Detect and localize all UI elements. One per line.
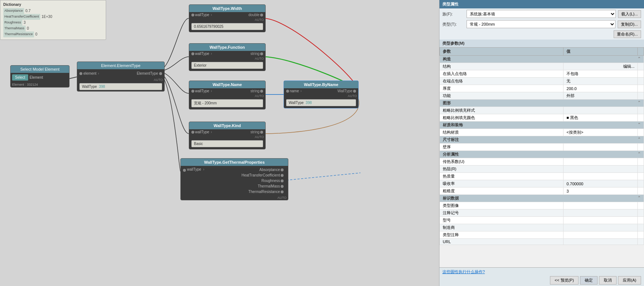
section-row-material: 材质和装饰 ⌃ [440, 122, 644, 129]
dict-title: Dictionary [3, 3, 103, 7]
width-value-box: 0.6561679790025 [191, 23, 263, 30]
input-port: element [79, 71, 97, 76]
param-row-thermal-resistance: 热阻(R) [440, 166, 644, 173]
panel-footer: 这些圆性执行什么操作? << 预览(P) 确定 取消 应用(A) [439, 267, 644, 286]
walltype-name-ports: wallType › string [189, 88, 265, 94]
elem-value-num: 398 [99, 85, 105, 89]
port-dot [79, 72, 82, 75]
walltype-byname-ports: name › WallType [284, 88, 358, 94]
param-row-structure: 结构 编辑... [440, 63, 644, 70]
param-row-url: URL [440, 239, 644, 245]
param-row-function: 功能 外部 [440, 92, 644, 100]
walltype-thermal-node: WallType.GetThermalProperties wallType ›… [180, 158, 288, 200]
canvas-area: Select Model Element Select Element Elem… [0, 0, 439, 286]
rename-button[interactable]: 重命名(R)... [614, 30, 641, 38]
param-row-type-comment: 类型注释 [440, 231, 644, 239]
section-row-dimensions: 尺寸标注 ⌃ [440, 136, 644, 144]
right-panel: 类型属性 族(F): 系统族:基本墙 载入(L)... 类型(T): 常规 - … [439, 0, 644, 286]
duplicate-button[interactable]: 复制(D)... [618, 21, 641, 28]
elem-node-body: element › ElementType [77, 69, 164, 78]
output-port: ElementType [137, 71, 162, 76]
walltype-width-footer: AUTO [189, 18, 265, 22]
elem-footer: AUTO [77, 78, 164, 82]
family-label: 族(F): [442, 11, 464, 17]
param-row-thermal-mass: 热质量 [440, 173, 644, 180]
param-row-type-image: 类型图像 [440, 202, 644, 209]
walltype-byname-node: WallType.ByName name › WallType AUTO Wal… [284, 81, 359, 108]
select-button[interactable]: Select [12, 74, 28, 81]
param-row-absorptance: 吸收率 0.700000 [440, 180, 644, 187]
param-row-coarse-fill-color: 粗略比例填充颜色 ■ 黑色 [440, 114, 644, 122]
param-row-roughness: 粗糙度 3 [440, 187, 644, 195]
thermal-title: WallType.GetThermalProperties [181, 159, 288, 166]
walltype-function-footer: AUTO [189, 56, 265, 61]
param-table-container[interactable]: 参数 值 构造 ⌃ 结构 编辑... [439, 47, 644, 286]
dict-row-2: HeatTransferCoefficient 1E+30 [3, 14, 103, 20]
preview-button[interactable]: << 预览(P) [550, 276, 579, 285]
type-select[interactable]: 常规 - 200mm [467, 20, 615, 28]
param-row-envelope-insert: 在插入点包络 不包络 [440, 70, 644, 78]
thermal-body: wallType › Absorptance HeatTransferCoeff… [181, 166, 288, 196]
name-value-box: 宽规 - 200mm [191, 99, 263, 107]
family-select[interactable]: 系统族:基本墙 [467, 10, 616, 18]
select-node-title: Select Model Element [11, 66, 69, 73]
help-link[interactable]: 这些圆性执行什么操作? [442, 270, 485, 274]
input-dot [191, 14, 194, 16]
param-table: 参数 值 构造 ⌃ 结构 编辑... [439, 47, 644, 245]
elem-value-label: WallType [82, 85, 97, 89]
section-row-construction: 构造 ⌃ [440, 56, 644, 63]
select-node-footer: Element : 332124 [11, 82, 69, 87]
panel-title: 类型属性 [439, 0, 644, 8]
elem-node-title: Element.ElementType [77, 62, 164, 69]
cancel-button[interactable]: 取消 [599, 276, 617, 285]
element-label: Element [30, 75, 43, 79]
walltype-function-title: WallType.Function [189, 44, 265, 51]
param-row-manufacturer: 制造商 [440, 224, 644, 231]
walltype-function-node: WallType.Function wallType › string AUTO… [189, 43, 266, 71]
type-label: 类型(T): [442, 22, 464, 27]
elem-value-box: WallType 398 [79, 83, 162, 90]
select-model-element-node: Select Model Element Select Element Elem… [10, 65, 70, 88]
footer-buttons: << 预览(P) 确定 取消 应用(A) [442, 276, 641, 285]
col-header-param: 参数 [440, 48, 564, 56]
param-row-coarse-fill-style: 粗略比例填充样式 [440, 107, 644, 114]
walltype-width-node: WallType.Width wallType › double AUTO 0.… [189, 4, 266, 32]
dict-row-1: Absorptance 0.7 [3, 8, 103, 14]
param-row-thickness: 厚度 200.0 [440, 85, 644, 92]
port-arrow: › [98, 71, 99, 75]
apply-button[interactable]: 应用(A) [618, 276, 641, 285]
dict-row-4: ThermalMass 0 [3, 26, 103, 31]
walltype-function-ports: wallType › string [189, 51, 265, 56]
rename-row: 重命名(R)... [439, 30, 644, 40]
col-header-value: 值 [564, 48, 638, 56]
param-row-model: 型号 [440, 217, 644, 224]
walltype-name-node: WallType.Name wallType › string AUTO 宽规 … [189, 81, 266, 109]
param-section-header: 类型参数(M) [439, 40, 644, 47]
section-row-identity: 标识数据 ⌃ [440, 195, 644, 202]
elem-value-row: WallType 398 [77, 82, 164, 91]
select-node-body: Select Element [11, 73, 69, 82]
param-row-heat-transfer: 传热系数(U) [440, 158, 644, 166]
walltype-width-val: 0.6561679790025 [189, 22, 265, 32]
output-port-name: ElementType [137, 71, 158, 75]
ok-button[interactable]: 确定 [580, 276, 598, 285]
walltype-width-title: WallType.Width [189, 5, 265, 12]
svg-line-2 [287, 173, 360, 180]
walltype-kind-node: WallType.Kind wallType › string AUTO Bas… [189, 122, 266, 149]
section-row-graphics: 图形 ⌃ [440, 100, 644, 107]
dictionary-box: Dictionary Absorptance 0.7 HeatTransferC… [0, 0, 106, 40]
output-port-dot [159, 72, 162, 75]
output-dot [260, 14, 263, 16]
kind-value-box: Basic [191, 140, 263, 147]
family-row: 族(F): 系统族:基本墙 载入(L)... [439, 8, 644, 19]
param-row-structural-material: 结构材质 <按类别> [440, 129, 644, 136]
load-button[interactable]: 载入(L)... [618, 10, 641, 18]
param-row-annotation: 注释记号 [440, 209, 644, 217]
element-elementtype-node: Element.ElementType element › ElementTyp… [77, 62, 165, 92]
walltype-byname-title: WallType.ByName [284, 81, 358, 88]
walltype-name-title: WallType.Name [189, 81, 265, 88]
param-row-wall-thickness: 壁厚 [440, 144, 644, 151]
byname-value-box: WallType 398 [286, 99, 356, 106]
section-row-analysis: 分析属性 ⌃ [440, 151, 644, 158]
walltype-kind-ports: wallType › string [189, 129, 265, 135]
